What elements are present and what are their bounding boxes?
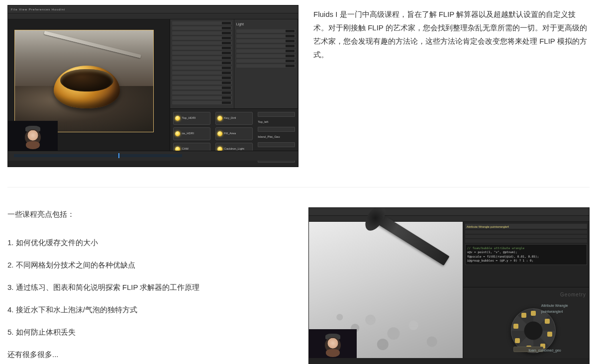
toolbar bbox=[309, 216, 589, 222]
geo-node bbox=[258, 142, 295, 147]
ladle-render bbox=[44, 30, 141, 58]
bulb-icon bbox=[175, 131, 180, 136]
node-label: Top_left bbox=[258, 119, 295, 125]
screenshot-1: File View Preferences Houdini bbox=[7, 5, 298, 167]
status-bar bbox=[309, 358, 589, 364]
section-divider bbox=[7, 187, 590, 187]
radial-icon bbox=[531, 311, 536, 316]
editor-title: Attribute Wrangle pointwrangle4 bbox=[465, 224, 587, 229]
instructor-webcam bbox=[8, 121, 58, 151]
highlights-text: 一些课程亮点包括： 1. 如何优化缓存文件的大小 2. 不同网格划分技术之间的各… bbox=[7, 207, 294, 364]
toolbar bbox=[8, 13, 298, 19]
code-block: // foam/bubble attribute wranglev@v = po… bbox=[465, 244, 587, 265]
light-node: Fill_Area bbox=[215, 127, 253, 140]
highlight-item: 4. 接近水下和水上泡沫/气泡的独特方式 bbox=[7, 303, 294, 316]
context-label: Geometry bbox=[560, 290, 586, 299]
highlights-heading: 一些课程亮点包括： bbox=[7, 207, 294, 221]
cauldron-render bbox=[54, 66, 120, 108]
node-label: Top_Bubbles bbox=[258, 165, 295, 167]
highlights-more: 还有很多很多... bbox=[7, 348, 294, 361]
screenshot-2: Attribute Wrangle pointwrangle4 // foam/… bbox=[308, 207, 590, 364]
section-intro: File View Preferences Houdini bbox=[7, 0, 590, 187]
radial-icon bbox=[515, 338, 520, 343]
parameter-panes: Light bbox=[170, 19, 298, 109]
instructor-webcam bbox=[309, 329, 357, 358]
radial-icon bbox=[545, 319, 550, 324]
menubar bbox=[309, 208, 589, 216]
viewport-frame bbox=[14, 30, 154, 132]
radial-icon bbox=[547, 332, 552, 337]
menubar: File View Preferences Houdini bbox=[8, 5, 298, 13]
bulb-icon bbox=[217, 131, 222, 136]
viewport bbox=[8, 19, 170, 151]
params-col-left bbox=[170, 19, 234, 108]
highlight-item: 5. 如何防止体积丢失 bbox=[7, 325, 294, 339]
network-view: Geometry bbox=[463, 287, 589, 358]
timeline bbox=[8, 151, 298, 161]
light-node: ce_HDRI bbox=[173, 127, 210, 140]
node-label: foam_combined_geo bbox=[528, 348, 561, 354]
bulb-icon bbox=[217, 116, 222, 121]
node-label: Island_Plat_Geo bbox=[258, 134, 295, 140]
highlight-item: 2. 不同网格划分技术之间的各种优缺点 bbox=[7, 258, 294, 272]
light-panel-header: Light bbox=[236, 21, 296, 28]
light-node: Key_Dirli bbox=[215, 112, 253, 125]
node-label: Attribute Wranglepointwrangle4 bbox=[541, 303, 568, 315]
params-col-right: Light bbox=[234, 19, 298, 108]
vex-editor: Attribute Wrangle pointwrangle4 // foam/… bbox=[463, 222, 589, 287]
highlight-item: 1. 如何优化缓存文件的大小 bbox=[7, 236, 294, 249]
highlight-item: 3. 通过练习、图表和简化说明探索 FLIP 求解器的工作原理 bbox=[7, 280, 294, 294]
houdini-ui-mock-1: File View Preferences Houdini bbox=[7, 5, 298, 167]
viewport bbox=[309, 222, 463, 358]
radial-icon bbox=[513, 324, 518, 329]
light-node: Top_HDRI bbox=[173, 112, 210, 125]
geo-node bbox=[258, 127, 295, 132]
radial-icon bbox=[521, 313, 526, 318]
geo-node bbox=[258, 112, 295, 117]
section-highlights: 一些课程亮点包括： 1. 如何优化缓存文件的大小 2. 不同网格划分技术之间的各… bbox=[7, 207, 590, 364]
intro-text: Fluids I 是一门中高级课程，旨在了解 FLIP 解算器以及超越默认设置的… bbox=[313, 5, 590, 167]
houdini-ui-mock-2: Attribute Wrangle pointwrangle4 // foam/… bbox=[308, 207, 590, 364]
bulb-icon bbox=[175, 116, 180, 121]
